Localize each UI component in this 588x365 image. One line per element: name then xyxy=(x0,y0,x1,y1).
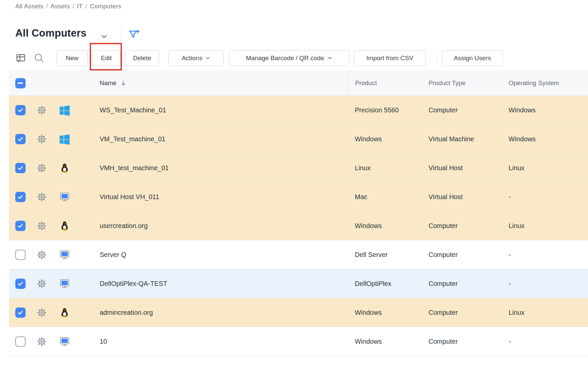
product-cell: Linux xyxy=(348,164,429,172)
product-cell: Windows xyxy=(348,135,429,143)
operating-system-cell: - xyxy=(509,338,588,345)
row-checkbox[interactable] xyxy=(15,279,26,289)
monitor-icon xyxy=(59,192,70,202)
row-checkbox[interactable] xyxy=(15,221,26,231)
product-cell: Windows xyxy=(348,222,429,230)
sort-descending-icon xyxy=(121,80,126,86)
row-checkbox[interactable] xyxy=(15,307,26,318)
asset-name[interactable]: WS_Test_Machine_01 xyxy=(77,106,348,114)
product-cell: Windows xyxy=(348,338,429,345)
asset-name[interactable]: Server Q xyxy=(77,251,348,259)
asset-name[interactable]: 10 xyxy=(77,338,348,345)
table-row: VMH_test_machine_01 Linux Virtual Host L… xyxy=(9,154,588,182)
row-checkbox[interactable] xyxy=(15,105,26,115)
breadcrumb-separator: / xyxy=(85,3,87,10)
delete-button[interactable]: Delete xyxy=(125,50,159,66)
operating-system-cell: Linux xyxy=(509,164,588,172)
toolbar-divider xyxy=(437,53,437,63)
row-checkbox[interactable] xyxy=(15,192,26,202)
breadcrumb-item[interactable]: All Assets xyxy=(15,3,43,10)
linux-icon xyxy=(59,307,70,318)
monitor-icon xyxy=(59,336,70,347)
new-button[interactable]: New xyxy=(56,50,88,66)
gear-icon[interactable] xyxy=(37,135,46,144)
product-cell: DellOptiPlex xyxy=(348,280,429,288)
product-type-cell: Computer xyxy=(429,251,509,259)
operating-system-cell: - xyxy=(509,280,588,288)
column-header-product-type[interactable]: Product Type xyxy=(429,79,509,87)
edit-button[interactable]: Edit xyxy=(92,50,121,66)
gear-icon[interactable] xyxy=(37,250,46,259)
product-type-cell: Computer xyxy=(429,309,509,316)
asset-name[interactable]: DellOptiPlex-QA-TEST xyxy=(77,280,348,288)
chevron-down-icon xyxy=(327,56,332,61)
operating-system-cell: Windows xyxy=(509,135,588,143)
breadcrumb-separator: / xyxy=(46,3,48,10)
asset-name[interactable]: usercreation.org xyxy=(77,222,348,230)
gear-icon[interactable] xyxy=(37,106,46,115)
manage-barcode-button[interactable]: Manage Barcode / QR code xyxy=(229,50,349,66)
monitor-icon xyxy=(59,250,70,260)
chevron-down-icon xyxy=(205,56,210,61)
table-row: WS_Test_Machine_01 Precision 5560 Comput… xyxy=(9,96,588,125)
row-checkbox[interactable] xyxy=(15,134,26,144)
linux-icon xyxy=(59,221,70,231)
gear-icon[interactable] xyxy=(37,192,46,201)
import-csv-button[interactable]: Import from CSV xyxy=(354,50,426,66)
title-divider xyxy=(121,28,121,40)
product-cell: Dell Server xyxy=(348,251,429,259)
manage-barcode-label: Manage Barcode / QR code xyxy=(246,55,324,62)
delete-button-label: Delete xyxy=(133,55,151,62)
row-checkbox[interactable] xyxy=(15,250,26,260)
column-header-product[interactable]: Product xyxy=(348,71,429,95)
breadcrumb-item[interactable]: Assets xyxy=(50,3,70,10)
column-header-name[interactable]: Name xyxy=(77,79,348,87)
select-all-checkbox[interactable] xyxy=(15,78,26,88)
operating-system-cell: - xyxy=(509,193,588,201)
breadcrumb: All Assets/Assets/IT/Computers xyxy=(15,3,121,10)
actions-button[interactable]: Actions xyxy=(168,50,224,66)
table-row: DellOptiPlex-QA-TEST DellOptiPlex Comput… xyxy=(9,269,588,298)
assign-users-button[interactable]: Assign Users xyxy=(442,50,503,66)
product-type-cell: Computer xyxy=(429,106,509,114)
actions-button-label: Actions xyxy=(182,55,202,62)
product-cell: Mac xyxy=(348,193,429,201)
windows-icon xyxy=(59,105,70,116)
gear-icon[interactable] xyxy=(37,221,46,230)
product-type-cell: Computer xyxy=(429,222,509,230)
table-row: Virtual Host VH_011 Mac Virtual Host - xyxy=(9,182,588,211)
column-header-operating-system[interactable]: Operating System xyxy=(509,79,588,87)
product-cell: Precision 5560 xyxy=(348,106,429,114)
gear-icon[interactable] xyxy=(37,279,46,288)
table-row: 10 Windows Computer - xyxy=(9,327,588,356)
product-type-cell: Virtual Machine xyxy=(429,135,509,143)
header-checkbox-cell xyxy=(9,78,32,88)
edit-button-label: Edit xyxy=(101,55,112,62)
row-checkbox[interactable] xyxy=(15,163,26,173)
product-type-cell: Virtual Host xyxy=(429,193,509,201)
asset-name[interactable]: Virtual Host VH_011 xyxy=(77,193,348,201)
windows-icon xyxy=(59,134,70,145)
table-row: VM_Test_machine_01 Windows Virtual Machi… xyxy=(9,125,588,154)
gear-icon[interactable] xyxy=(37,164,46,173)
search-icon[interactable] xyxy=(34,53,45,65)
column-settings-icon[interactable] xyxy=(15,53,26,65)
product-type-cell: Computer xyxy=(429,280,509,288)
row-checkbox[interactable] xyxy=(15,336,26,347)
gear-icon[interactable] xyxy=(37,308,46,317)
linux-icon xyxy=(59,163,70,173)
toolbar: New Edit Delete Actions Manage Barcode /… xyxy=(0,50,588,66)
asset-name[interactable]: admincreation.org xyxy=(77,309,348,316)
assign-users-label: Assign Users xyxy=(454,55,491,62)
operating-system-cell: - xyxy=(509,251,588,259)
view-dropdown-chevron-icon[interactable] xyxy=(100,32,108,42)
page-title: All Computers xyxy=(15,27,86,39)
breadcrumb-item[interactable]: IT xyxy=(77,3,83,10)
table-header-row: Name Product Product Type Operating Syst… xyxy=(9,71,588,96)
product-type-cell: Virtual Host xyxy=(429,164,509,172)
gear-icon[interactable] xyxy=(37,337,46,346)
filter-add-icon[interactable] xyxy=(128,29,140,42)
new-button-label: New xyxy=(66,55,78,62)
asset-name[interactable]: VMH_test_machine_01 xyxy=(77,164,348,172)
asset-name[interactable]: VM_Test_machine_01 xyxy=(77,135,348,143)
